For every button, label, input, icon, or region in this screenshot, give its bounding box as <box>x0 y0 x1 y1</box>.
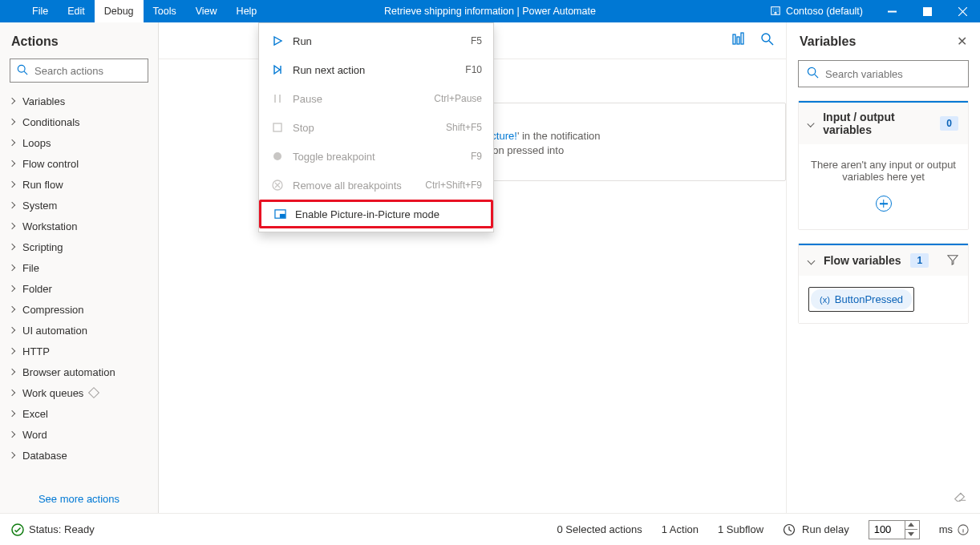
debug-menu-item[interactable]: Enable Picture-in-Picture mode <box>259 200 493 228</box>
variable-icon: (x) <box>820 295 830 305</box>
io-variables-section: Input / output variables 0 There aren't … <box>798 100 969 230</box>
menu-tools[interactable]: Tools <box>144 0 186 22</box>
close-icon[interactable]: ✕ <box>957 34 967 49</box>
chevron-down-icon <box>808 256 816 264</box>
menu-bar: File Edit Debug Tools View Help <box>0 0 266 22</box>
io-variables-header[interactable]: Input / output variables 0 <box>799 101 968 144</box>
chevron-right-icon <box>9 181 15 188</box>
actions-category-label: Browser automation <box>22 366 115 378</box>
actions-category-label: Database <box>22 450 67 462</box>
actions-category[interactable]: Database <box>0 445 158 466</box>
svg-rect-1 <box>888 11 897 12</box>
debug-menu-shortcut: Shift+F5 <box>446 122 482 133</box>
menu-file[interactable]: File <box>22 0 58 22</box>
actions-category[interactable]: File <box>0 257 158 278</box>
menu-edit[interactable]: Edit <box>58 0 95 22</box>
actions-category-label: Work queues <box>22 387 83 399</box>
actions-category[interactable]: Loops <box>0 132 158 153</box>
selected-actions-text: 0 Selected actions <box>557 523 642 535</box>
variable-chip[interactable]: (x) ButtonPressed <box>811 289 912 309</box>
actions-category[interactable]: Excel <box>0 403 158 424</box>
actions-search-input[interactable] <box>34 65 169 77</box>
menu-help[interactable]: Help <box>227 0 267 22</box>
variable-chip-label: ButtonPressed <box>835 293 903 305</box>
svg-point-7 <box>762 34 770 42</box>
variables-search[interactable] <box>798 60 969 87</box>
spinner-up-icon[interactable] <box>905 521 917 530</box>
chevron-right-icon <box>9 369 15 375</box>
pause-icon <box>270 94 285 103</box>
actions-header: Actions <box>0 22 158 59</box>
actions-category-label: UI automation <box>22 325 87 337</box>
actions-category[interactable]: Workstation <box>0 216 158 236</box>
info-icon[interactable] <box>958 524 969 535</box>
chevron-right-icon <box>9 264 15 271</box>
debug-menu-item: StopShift+F5 <box>259 113 493 142</box>
subflow-count-text: 1 Subflow <box>718 523 763 535</box>
search-icon[interactable] <box>760 32 775 49</box>
window-close-button[interactable] <box>945 0 980 22</box>
debug-menu-item[interactable]: RunF5 <box>259 26 493 55</box>
actions-category[interactable]: HTTP <box>0 341 158 361</box>
actions-category[interactable]: Folder <box>0 278 158 299</box>
debug-menu-shortcut: Ctrl+Shift+F9 <box>425 180 482 191</box>
actions-category[interactable]: Work queues <box>0 382 158 403</box>
chevron-right-icon <box>9 306 15 313</box>
actions-category-label: Excel <box>22 408 48 420</box>
search-icon <box>17 64 28 78</box>
actions-category[interactable]: Variables <box>0 91 158 111</box>
premium-icon <box>88 387 99 398</box>
chevron-right-icon <box>9 285 15 292</box>
spinner-down-icon[interactable] <box>905 530 917 539</box>
actions-search[interactable] <box>10 59 148 83</box>
eraser-icon[interactable] <box>953 488 967 505</box>
debug-menu-item: PauseCtrl+Pause <box>259 84 493 113</box>
dot-icon <box>270 151 285 161</box>
actions-tree: VariablesConditionalsLoopsFlow controlRu… <box>0 91 158 485</box>
actions-category[interactable]: System <box>0 195 158 216</box>
clear-icon <box>270 180 285 191</box>
actions-category-label: Variables <box>22 95 65 107</box>
data-icon[interactable] <box>731 32 746 49</box>
window-minimize-button[interactable] <box>874 0 909 22</box>
search-icon <box>807 67 819 81</box>
actions-category[interactable]: Conditionals <box>0 111 158 132</box>
play-step-icon <box>270 64 285 75</box>
debug-menu-item: Toggle breakpointF9 <box>259 142 493 171</box>
actions-category[interactable]: Compression <box>0 299 158 320</box>
see-more-actions-link[interactable]: See more actions <box>0 485 158 513</box>
actions-category[interactable]: Run flow <box>0 174 158 195</box>
svg-rect-4 <box>733 34 735 44</box>
window-title: Retrieve shipping information | Power Au… <box>384 6 596 17</box>
status-indicator: Status: Ready <box>11 523 95 536</box>
actions-category-label: Conditionals <box>22 116 80 128</box>
window-maximize-button[interactable] <box>909 0 945 22</box>
debug-menu-shortcut: F10 <box>465 64 482 75</box>
actions-category[interactable]: Word <box>0 424 158 445</box>
variables-search-input[interactable] <box>825 68 960 80</box>
actions-category[interactable]: Scripting <box>0 236 158 257</box>
tenant-label: Contoso (default) <box>786 6 863 17</box>
action-count-text: 1 Action <box>662 523 699 535</box>
tenant-selector[interactable]: Contoso (default) <box>759 5 874 18</box>
debug-dropdown: RunF5Run next actionF10PauseCtrl+PauseSt… <box>258 22 494 232</box>
debug-menu-label: Toggle breakpoint <box>293 151 375 163</box>
run-delay-input[interactable] <box>869 520 920 539</box>
debug-menu-item[interactable]: Run next actionF10 <box>259 55 493 84</box>
flow-variables-header[interactable]: Flow variables 1 <box>799 244 968 276</box>
variables-header: Variables <box>800 34 856 49</box>
actions-panel: Actions VariablesConditionalsLoopsFlow c… <box>0 22 159 513</box>
actions-category[interactable]: Flow control <box>0 153 158 174</box>
actions-category[interactable]: Browser automation <box>0 361 158 382</box>
filter-icon[interactable] <box>947 254 958 268</box>
menu-view[interactable]: View <box>186 0 227 22</box>
debug-menu-shortcut: F9 <box>471 151 482 162</box>
run-delay-field[interactable] <box>869 523 905 535</box>
add-variable-button[interactable] <box>876 196 892 212</box>
menu-debug[interactable]: Debug <box>95 0 144 22</box>
chevron-right-icon <box>9 119 15 125</box>
actions-category-label: Folder <box>22 283 52 295</box>
svg-rect-8 <box>273 123 281 131</box>
svg-rect-12 <box>280 214 285 217</box>
actions-category[interactable]: UI automation <box>0 320 158 341</box>
